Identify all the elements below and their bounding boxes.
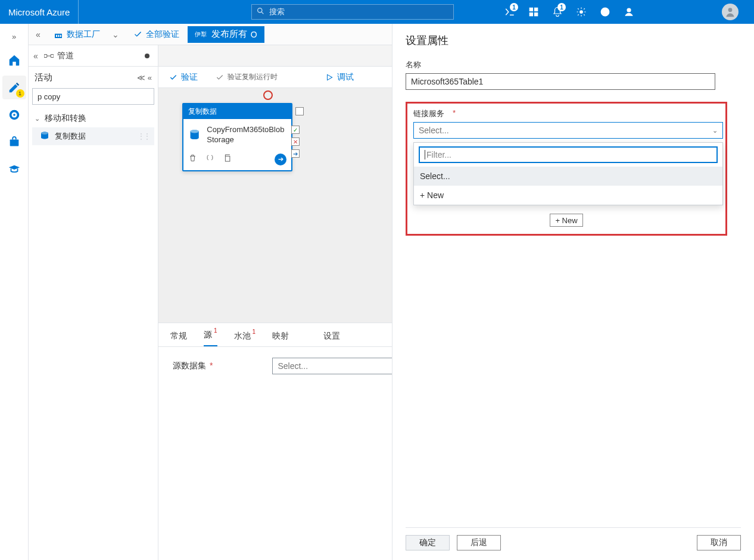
tab-general-label: 常规 [170,331,187,342]
svg-point-0 [258,8,262,12]
settings-icon[interactable] [569,0,593,24]
chevron-down-icon: ⌄ [112,30,119,39]
activities-collapse-icon[interactable]: ≪ « [137,73,152,82]
port-completion[interactable]: ➔ [291,149,300,158]
pipeline-tab[interactable]: 管道 [44,51,155,61]
tab-mapping[interactable]: 映射 [272,326,289,346]
publish-all-button[interactable]: 伊犁 发布所有 O [188,26,264,43]
cloud-shell-icon[interactable]: 1 [498,0,522,24]
panel-title: 设置属性 [406,33,741,48]
dropdown-option-new[interactable]: + New [414,186,722,205]
svg-rect-16 [58,35,59,36]
check-icon [133,30,142,39]
rail-monitor[interactable] [2,103,26,127]
activity-copy-data[interactable]: 复制数据 ⋮⋮ [32,127,154,145]
feedback-icon[interactable] [617,0,641,24]
port-success[interactable]: ✓ [291,126,300,134]
tab-sink-badge: 1 [253,329,256,335]
svg-rect-19 [51,54,54,57]
factory-label: 数据工厂 [67,29,100,40]
notifications-icon[interactable]: 1 [546,0,569,24]
linked-service-dropdown: Filter... Select... + New [413,142,723,205]
chevron-down-icon: ⌄ [712,127,718,134]
svg-rect-4 [529,13,532,16]
copy-icon[interactable] [223,154,232,165]
name-label: 名称 [406,60,741,70]
content-area: « 数据工厂 ⌄ 全部验证 伊犁 发布所有 O « [29,24,754,560]
node-footer: ➔ [183,151,291,170]
delete-icon[interactable] [188,154,197,165]
port-fail[interactable]: ✕ [291,137,300,146]
source-dataset-label: 源数据集* [173,361,213,371]
directories-icon[interactable] [522,0,546,24]
help-icon[interactable] [593,0,617,24]
node-run-icon[interactable]: ➔ [275,154,286,165]
activities-label: 活动 [35,72,52,83]
svg-rect-18 [44,54,47,57]
database-icon [39,131,50,142]
svg-point-22 [41,132,48,135]
brand-label: Microsoft Azure [0,0,79,24]
filter-placeholder: Filter... [426,150,451,159]
tab-source[interactable]: 源1 [204,325,217,346]
pipeline-tab-label: 管道 [57,51,74,61]
node-body: CopyFromM365toBlobStorage [183,119,291,151]
rail-author[interactable]: 1 [2,76,26,99]
svg-point-12 [13,114,15,116]
svg-rect-2 [529,8,532,11]
check-icon [169,73,177,82]
resource-collapse-icon[interactable]: « [31,51,40,61]
dropdown-option-select[interactable]: Select... [414,167,722,186]
tab-general[interactable]: 常规 [170,326,187,346]
search-placeholder: 搜索 [269,7,285,17]
rail-expand-icon[interactable]: » [8,29,20,45]
factory-collapse-icon[interactable]: « [33,30,43,39]
code-icon[interactable] [205,154,214,165]
database-icon [188,127,201,143]
svg-rect-25 [225,157,230,162]
rail-manage[interactable] [2,130,26,154]
ok-button[interactable]: 确定 [406,535,450,550]
validate-runtime-button[interactable]: 验证复制运行时 [216,72,278,82]
category-label: 移动和转换 [45,113,86,124]
tab-settings-label: 设置 [323,331,340,342]
cancel-button[interactable]: 取消 [697,535,741,550]
global-search[interactable]: 搜索 [251,4,454,20]
svg-point-8 [627,8,631,12]
linked-service-select[interactable]: Select... ⌄ [413,122,723,139]
svg-rect-5 [535,13,538,16]
rail-learn[interactable] [2,158,26,182]
svg-rect-13 [10,139,18,146]
node-port-top[interactable] [295,107,304,115]
linked-service-placeholder: Select... [419,126,449,135]
new-linked-service-button[interactable]: + New [550,214,583,227]
left-rail: » 1 [0,24,29,560]
tab-source-badge: 1 [214,327,217,334]
account-avatar[interactable] [718,0,742,24]
category-move-transform[interactable]: ⌄ 移动和转换 [29,110,158,127]
notif-badge: 1 [557,3,566,11]
svg-point-6 [580,11,583,14]
validate-all-button[interactable]: 全部验证 [130,29,183,40]
publish-prefix: 伊犁 [195,30,207,39]
tab-sink-label: 水池 [234,331,251,342]
back-button[interactable]: 后退 [457,535,501,550]
tab-settings[interactable]: 设置 [323,326,340,346]
debug-button[interactable]: 调试 [325,72,354,83]
copy-activity-node[interactable]: 复制数据 CopyFromM365toBlobStorage [182,103,292,171]
activities-search[interactable]: p copy [32,88,154,105]
rail-home[interactable] [2,48,26,72]
node-error-icon [263,90,273,100]
svg-point-9 [728,8,733,12]
validate-button[interactable]: 验证 [169,72,198,83]
name-input[interactable] [406,73,715,90]
tab-sink[interactable]: 水池1 [234,326,256,346]
linked-service-highlight: 链接服务* Select... ⌄ Filter... Select... + … [406,102,727,236]
node-ports: ✓ ✕ ➔ [291,126,300,158]
factory-dropdown[interactable]: 数据工厂 ⌄ [48,26,125,43]
main-area: » 1 « 数据工厂 ⌄ [0,24,754,560]
publish-count: O [251,30,257,39]
dropdown-filter-input[interactable]: Filter... [419,146,718,163]
factory-icon [54,30,63,39]
cloudshell-badge: 1 [510,3,518,11]
